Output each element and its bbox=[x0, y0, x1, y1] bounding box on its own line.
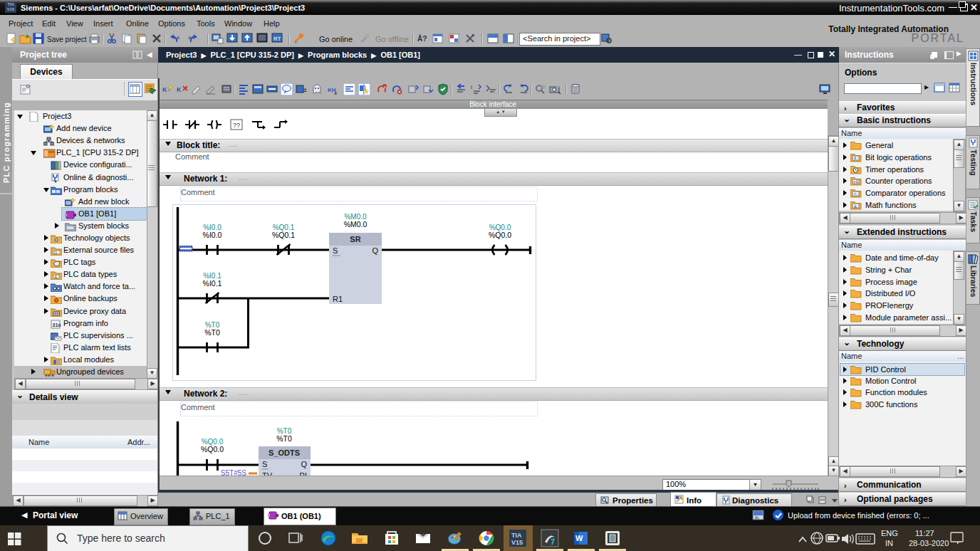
svg-text:±: ± bbox=[188, 34, 192, 41]
svg-text:±: ± bbox=[854, 204, 857, 209]
svg-text:%I0.0: %I0.0 bbox=[203, 231, 222, 239]
svg-text:R1: R1 bbox=[333, 295, 343, 303]
svg-text:Q: Q bbox=[301, 460, 307, 468]
svg-text:<: < bbox=[854, 191, 857, 196]
svg-text:7: 7 bbox=[551, 537, 555, 546]
svg-text:K: K bbox=[162, 86, 167, 93]
svg-text:01: 01 bbox=[53, 251, 58, 255]
svg-text:±: ± bbox=[177, 34, 180, 41]
svg-text:V15: V15 bbox=[511, 539, 523, 546]
svg-text:S: S bbox=[333, 246, 338, 255]
svg-text:%T0: %T0 bbox=[204, 328, 220, 337]
svg-text:%M0.0: %M0.0 bbox=[344, 220, 368, 229]
svg-text:I: I bbox=[471, 84, 472, 90]
svg-text:Q: Q bbox=[372, 246, 378, 255]
svg-text:SR: SR bbox=[350, 235, 360, 243]
svg-text:??: ?? bbox=[233, 122, 240, 129]
svg-text:%I0.1: %I0.1 bbox=[203, 279, 222, 288]
svg-text:TIA: TIA bbox=[511, 532, 522, 539]
svg-text:K: K bbox=[177, 86, 182, 93]
svg-text:S5T#5S: S5T#5S bbox=[221, 469, 246, 476]
svg-text:S_ODTS: S_ODTS bbox=[269, 448, 300, 457]
svg-text:%Q0.0: %Q0.0 bbox=[201, 445, 224, 453]
svg-text:o: o bbox=[384, 85, 386, 89]
svg-text:±: ± bbox=[334, 90, 338, 95]
svg-text:RT: RT bbox=[273, 36, 281, 42]
svg-text:-‖: -‖ bbox=[853, 156, 856, 160]
svg-text:Å?: Å? bbox=[417, 34, 427, 43]
svg-text:%T0: %T0 bbox=[276, 434, 292, 443]
svg-text:%Q0.1: %Q0.1 bbox=[272, 231, 295, 239]
svg-text:W: W bbox=[575, 534, 583, 542]
svg-text:+1: +1 bbox=[853, 179, 859, 184]
svg-text:S: S bbox=[262, 460, 267, 468]
svg-text:±: ± bbox=[303, 86, 307, 93]
svg-text:%Q0.0: %Q0.0 bbox=[489, 231, 511, 239]
svg-text:31o: 31o bbox=[53, 322, 61, 327]
